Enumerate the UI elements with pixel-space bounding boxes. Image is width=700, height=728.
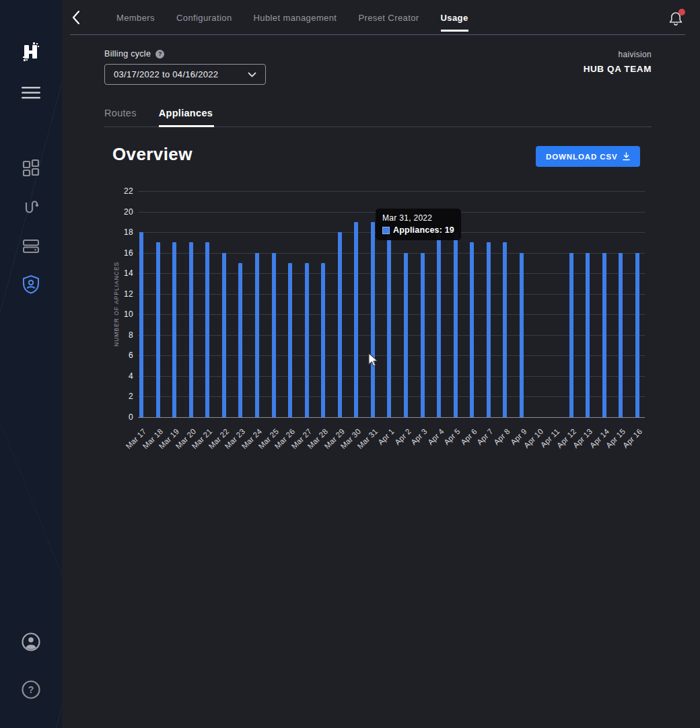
bar-mar-28[interactable] (321, 263, 325, 417)
x-axis-label: Apr 8 (492, 427, 512, 447)
sidebar-item-dashboard[interactable] (20, 156, 42, 179)
bar-mar-23[interactable] (238, 263, 242, 417)
bar-mar-30[interactable] (354, 222, 358, 417)
y-axis-tick-label: 6 (106, 351, 133, 360)
bar-apr-6[interactable] (470, 242, 474, 417)
y-axis-tick-label: 18 (106, 227, 133, 237)
tooltip-date: Mar 31, 2022 (382, 213, 454, 223)
y-axis-tick-label: 12 (106, 289, 133, 299)
x-axis-label: Apr 4 (426, 427, 446, 447)
bar-apr-13[interactable] (586, 253, 590, 417)
y-axis-tick-label: 2 (106, 392, 133, 401)
sidebar-item-organization-active[interactable] (20, 273, 42, 296)
main-content: Members Configuration Hublet management … (62, 0, 700, 728)
legend-swatch (382, 227, 390, 234)
bar-mar-24[interactable] (255, 253, 259, 417)
bar-mar-22[interactable] (222, 253, 226, 417)
haivision-logo-icon[interactable] (22, 40, 40, 65)
sidebar: ? (0, 0, 62, 728)
bar-mar-25[interactable] (272, 253, 276, 417)
x-axis-label: Apr 5 (442, 427, 462, 447)
y-axis-tick-label: 0 (106, 412, 133, 422)
bar-mar-26[interactable] (288, 263, 292, 417)
bar-apr-7[interactable] (487, 242, 491, 417)
svg-text:?: ? (28, 684, 34, 695)
bar-apr-1[interactable] (387, 232, 391, 417)
bar-mar-27[interactable] (305, 263, 309, 417)
bar-apr-8[interactable] (503, 242, 507, 417)
y-axis-tick-label: 10 (106, 310, 133, 319)
bar-apr-14[interactable] (602, 253, 606, 417)
bar-mar-20[interactable] (189, 242, 193, 417)
bar-mar-18[interactable] (156, 242, 160, 417)
x-axis-label: Apr 6 (459, 427, 479, 447)
bar-apr-16[interactable] (635, 253, 639, 417)
bar-mar-21[interactable] (205, 242, 209, 417)
bar-apr-5[interactable] (454, 232, 458, 417)
sidebar-item-appliances[interactable] (20, 235, 42, 258)
chart-tooltip: Mar 31, 2022 Appliances: 19 (376, 209, 461, 240)
x-axis-label: Apr 1 (376, 427, 396, 447)
x-axis-label: Apr 7 (475, 427, 495, 447)
account-icon[interactable] (20, 630, 42, 653)
bar-mar-29[interactable] (338, 232, 342, 417)
y-axis-tick-label: 4 (106, 371, 133, 381)
bar-apr-15[interactable] (619, 253, 623, 417)
sidebar-item-routes[interactable] (20, 195, 42, 218)
bar-apr-12[interactable] (569, 253, 573, 417)
y-axis-tick-label: 14 (106, 268, 133, 278)
y-axis-tick-label: 22 (106, 186, 133, 196)
x-axis-label: Apr 3 (409, 427, 429, 447)
y-axis-tick-label: 16 (106, 248, 133, 258)
bar-mar-19[interactable] (172, 242, 176, 417)
y-axis-tick-label: 20 (106, 207, 133, 217)
bar-mar-17[interactable] (139, 232, 143, 417)
bar-apr-4[interactable] (437, 232, 441, 417)
bar-apr-2[interactable] (404, 253, 408, 417)
x-axis-label: Apr 2 (393, 427, 413, 447)
bar-apr-3[interactable] (421, 253, 425, 417)
bar-mar-31[interactable] (371, 222, 375, 417)
bar-chart: NUMBER OF APPLIANCES Mar 31, 2022 Applia… (62, 0, 700, 484)
help-icon[interactable]: ? (20, 678, 42, 701)
x-axis-line (138, 417, 645, 418)
menu-hamburger-icon[interactable] (20, 81, 42, 104)
bar-apr-9[interactable] (520, 253, 524, 417)
y-axis-tick-label: 8 (106, 330, 133, 340)
tooltip-value: Appliances: 19 (393, 225, 454, 235)
app-window: ? Members Configuration Hublet managemen… (0, 0, 700, 728)
gridline (138, 191, 645, 192)
